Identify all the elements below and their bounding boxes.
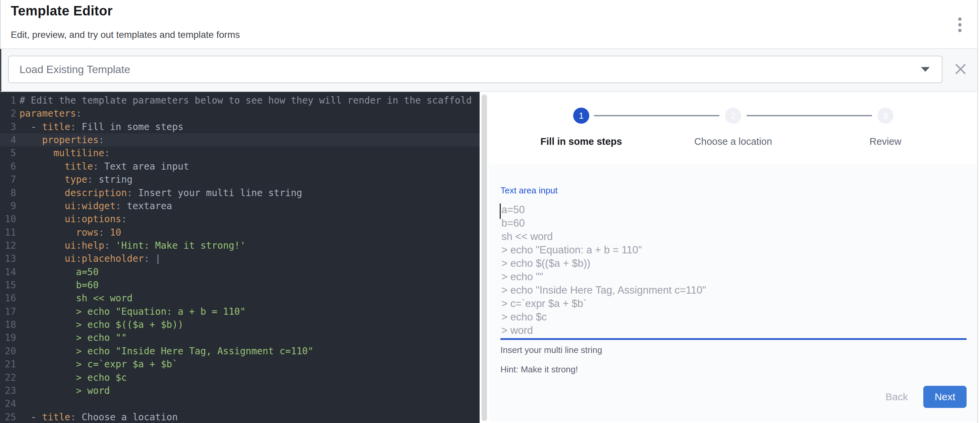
editor-line[interactable]: 15 b=60	[0, 279, 480, 292]
editor-line[interactable]: 20 > echo "Inside Here Tag, Assignment c…	[0, 345, 480, 358]
editor-line[interactable]: 14 a=50	[0, 265, 480, 279]
page-title: Template Editor	[11, 3, 113, 19]
editor-line[interactable]: 16 sh << word	[0, 292, 480, 305]
close-icon[interactable]	[950, 59, 970, 79]
code-text: # Edit the template parameters below to …	[16, 94, 472, 107]
editor-line[interactable]: 24	[0, 397, 480, 410]
line-number: 1	[0, 94, 16, 107]
editor-line[interactable]: 23 > word	[0, 384, 480, 397]
editor-line[interactable]: 3 - title: Fill in some steps	[0, 120, 480, 133]
editor-line[interactable]: 25 - title: Choose a location	[0, 410, 480, 423]
line-number: 3	[0, 120, 16, 133]
code-text: > word	[16, 384, 110, 397]
editor-line[interactable]: 10 ui:options:	[0, 212, 480, 226]
back-button[interactable]: Back	[880, 387, 914, 407]
line-number: 23	[0, 384, 16, 397]
code-text: > echo "Inside Here Tag, Assignment c=11…	[16, 345, 313, 358]
code-text: title: Text area input	[16, 160, 189, 173]
line-number: 17	[0, 305, 16, 318]
load-template-select[interactable]: Load Existing Template	[8, 55, 942, 83]
editor-line[interactable]: 7 type: string	[0, 173, 480, 186]
line-number: 5	[0, 146, 16, 160]
line-number: 8	[0, 186, 16, 200]
code-text: - title: Fill in some steps	[16, 120, 183, 133]
line-number: 11	[0, 226, 16, 239]
editor-line[interactable]: 1# Edit the template parameters below to…	[0, 94, 480, 107]
line-number: 19	[0, 331, 16, 344]
step-connector	[746, 115, 872, 116]
field-label: Text area input	[500, 185, 558, 196]
code-text: a=50	[16, 265, 99, 279]
step-label-1: Fill in some steps	[508, 136, 655, 147]
load-template-placeholder: Load Existing Template	[19, 63, 921, 76]
code-text	[16, 397, 19, 410]
step-number: 2	[731, 111, 735, 121]
step-label-3: Review	[811, 136, 959, 147]
line-number: 21	[0, 358, 16, 371]
multiline-textarea[interactable]: a=50 b=60 sh << word > echo "Equation: a…	[501, 203, 966, 338]
code-text: rows: 10	[16, 226, 121, 239]
caret-down-icon	[921, 67, 930, 72]
line-number: 15	[0, 279, 16, 292]
code-text: sh << word	[16, 292, 132, 305]
step-circle-3: 3	[877, 108, 894, 124]
code-text: > echo $(($a + $b))	[16, 318, 183, 331]
line-number: 18	[0, 318, 16, 331]
textarea-focus-underline	[500, 338, 967, 340]
code-text: > echo ""	[16, 331, 127, 344]
code-text: ui:options:	[16, 212, 127, 226]
line-number: 2	[0, 107, 16, 120]
code-text: description: Insert your multi line stri…	[16, 186, 302, 200]
vertical-scrollbar[interactable]	[482, 95, 487, 421]
editor-line[interactable]: 8 description: Insert your multi line st…	[0, 186, 480, 200]
editor-line[interactable]: 12 ui:help: 'Hint: Make it strong!'	[0, 239, 480, 252]
editor-line[interactable]: 11 rows: 10	[0, 226, 480, 239]
code-text: parameters:	[16, 107, 81, 120]
text-cursor	[500, 203, 501, 219]
editor-line[interactable]: 21 > c=`expr $a + $b`	[0, 358, 480, 371]
line-number: 4	[0, 133, 16, 146]
page-header: Template Editor Edit, preview, and try o…	[0, 0, 977, 49]
editor-line[interactable]: 6 title: Text area input	[0, 160, 480, 173]
code-text: > echo $c	[16, 371, 127, 384]
editor-line[interactable]: 5 multiline:	[0, 146, 480, 160]
field-description: Insert your multi line string	[500, 345, 602, 355]
step-circle-1: 1	[573, 108, 589, 124]
line-number: 9	[0, 200, 16, 212]
close-icon-glyph	[954, 63, 967, 75]
line-number: 16	[0, 292, 16, 305]
window-right-border	[977, 0, 978, 423]
line-number: 14	[0, 265, 16, 279]
editor-line[interactable]: 2parameters:	[0, 107, 480, 120]
code-text: multiline:	[16, 146, 110, 160]
line-number: 24	[0, 397, 16, 410]
editor-line[interactable]: 4 properties:	[0, 133, 480, 146]
editor-line[interactable]: 17 > echo "Equation: a + b = 110"	[0, 305, 480, 318]
line-number: 12	[0, 239, 16, 252]
line-number: 25	[0, 410, 16, 423]
line-number: 6	[0, 160, 16, 173]
code-text: b=60	[16, 279, 99, 292]
editor-line[interactable]: 9 ui:widget: textarea	[0, 200, 480, 212]
yaml-editor[interactable]: 1# Edit the template parameters below to…	[0, 92, 480, 423]
line-number: 22	[0, 371, 16, 384]
editor-line[interactable]: 18 > echo $(($a + $b))	[0, 318, 480, 331]
step-circle-2: 2	[725, 108, 741, 124]
code-text: > echo "Equation: a + b = 110"	[16, 305, 245, 318]
step-connector	[594, 115, 719, 116]
line-number: 20	[0, 345, 16, 358]
step-number: 3	[883, 111, 888, 121]
code-text: ui:placeholder: |	[16, 252, 161, 265]
form-preview-card: Text area input a=50 b=60 sh << word > e…	[489, 165, 977, 421]
code-text: - title: Choose a location	[16, 410, 178, 423]
more-vert-icon[interactable]	[953, 17, 967, 32]
line-number: 13	[0, 252, 16, 265]
editor-line[interactable]: 22 > echo $c	[0, 371, 480, 384]
code-text: > c=`expr $a + $b`	[16, 358, 178, 371]
line-number: 7	[0, 173, 16, 186]
next-button[interactable]: Next	[923, 386, 967, 408]
step-number: 1	[579, 111, 584, 121]
field-hint: Hint: Make it strong!	[500, 364, 578, 375]
editor-line[interactable]: 19 > echo ""	[0, 331, 480, 344]
editor-line[interactable]: 13 ui:placeholder: |	[0, 252, 480, 265]
